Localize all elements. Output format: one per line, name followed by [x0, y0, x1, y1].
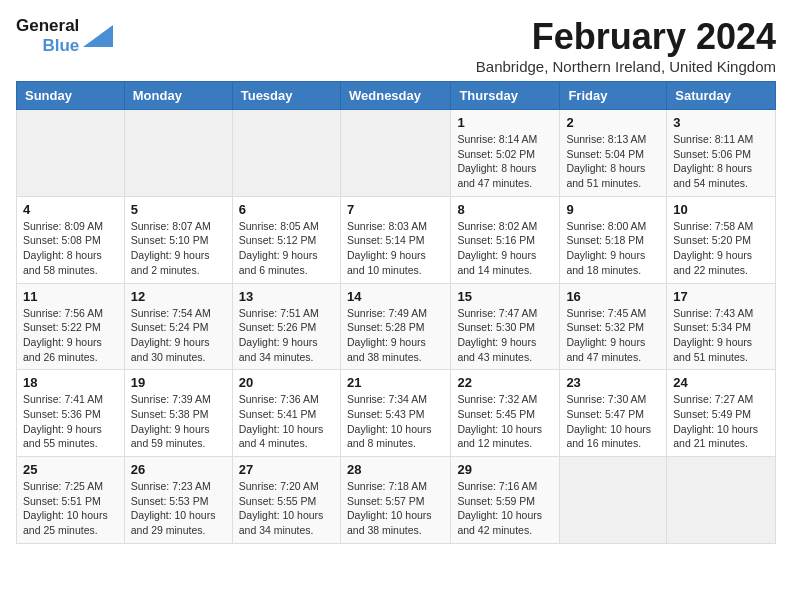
day-info: Sunrise: 7:30 AM Sunset: 5:47 PM Dayligh… — [566, 392, 660, 451]
calendar-cell: 11Sunrise: 7:56 AM Sunset: 5:22 PM Dayli… — [17, 283, 125, 370]
day-number: 14 — [347, 289, 444, 304]
svg-marker-0 — [83, 25, 113, 47]
location-subtitle: Banbridge, Northern Ireland, United King… — [476, 58, 776, 75]
calendar-cell — [340, 110, 450, 197]
day-info: Sunrise: 7:45 AM Sunset: 5:32 PM Dayligh… — [566, 306, 660, 365]
calendar-cell: 17Sunrise: 7:43 AM Sunset: 5:34 PM Dayli… — [667, 283, 776, 370]
day-info: Sunrise: 8:13 AM Sunset: 5:04 PM Dayligh… — [566, 132, 660, 191]
logo: General Blue — [16, 16, 113, 57]
day-info: Sunrise: 8:02 AM Sunset: 5:16 PM Dayligh… — [457, 219, 553, 278]
day-number: 27 — [239, 462, 334, 477]
calendar-cell: 15Sunrise: 7:47 AM Sunset: 5:30 PM Dayli… — [451, 283, 560, 370]
calendar-cell: 22Sunrise: 7:32 AM Sunset: 5:45 PM Dayli… — [451, 370, 560, 457]
day-info: Sunrise: 7:25 AM Sunset: 5:51 PM Dayligh… — [23, 479, 118, 538]
day-number: 1 — [457, 115, 553, 130]
month-year-title: February 2024 — [476, 16, 776, 58]
calendar-cell: 1Sunrise: 8:14 AM Sunset: 5:02 PM Daylig… — [451, 110, 560, 197]
day-number: 12 — [131, 289, 226, 304]
day-number: 18 — [23, 375, 118, 390]
calendar-cell: 20Sunrise: 7:36 AM Sunset: 5:41 PM Dayli… — [232, 370, 340, 457]
day-info: Sunrise: 8:00 AM Sunset: 5:18 PM Dayligh… — [566, 219, 660, 278]
day-number: 5 — [131, 202, 226, 217]
day-info: Sunrise: 8:14 AM Sunset: 5:02 PM Dayligh… — [457, 132, 553, 191]
calendar-cell — [560, 457, 667, 544]
day-number: 17 — [673, 289, 769, 304]
calendar-cell: 28Sunrise: 7:18 AM Sunset: 5:57 PM Dayli… — [340, 457, 450, 544]
calendar-cell: 25Sunrise: 7:25 AM Sunset: 5:51 PM Dayli… — [17, 457, 125, 544]
day-info: Sunrise: 7:58 AM Sunset: 5:20 PM Dayligh… — [673, 219, 769, 278]
day-number: 9 — [566, 202, 660, 217]
calendar-week-row: 1Sunrise: 8:14 AM Sunset: 5:02 PM Daylig… — [17, 110, 776, 197]
day-number: 28 — [347, 462, 444, 477]
day-number: 22 — [457, 375, 553, 390]
calendar-cell: 13Sunrise: 7:51 AM Sunset: 5:26 PM Dayli… — [232, 283, 340, 370]
day-number: 26 — [131, 462, 226, 477]
calendar-header-sunday: Sunday — [17, 82, 125, 110]
day-info: Sunrise: 7:39 AM Sunset: 5:38 PM Dayligh… — [131, 392, 226, 451]
calendar-cell: 8Sunrise: 8:02 AM Sunset: 5:16 PM Daylig… — [451, 196, 560, 283]
day-number: 3 — [673, 115, 769, 130]
calendar-cell: 24Sunrise: 7:27 AM Sunset: 5:49 PM Dayli… — [667, 370, 776, 457]
calendar-cell — [17, 110, 125, 197]
calendar-header-saturday: Saturday — [667, 82, 776, 110]
calendar-cell — [232, 110, 340, 197]
calendar-cell: 19Sunrise: 7:39 AM Sunset: 5:38 PM Dayli… — [124, 370, 232, 457]
calendar-week-row: 25Sunrise: 7:25 AM Sunset: 5:51 PM Dayli… — [17, 457, 776, 544]
calendar-cell — [124, 110, 232, 197]
calendar-week-row: 18Sunrise: 7:41 AM Sunset: 5:36 PM Dayli… — [17, 370, 776, 457]
day-info: Sunrise: 8:05 AM Sunset: 5:12 PM Dayligh… — [239, 219, 334, 278]
calendar-cell: 23Sunrise: 7:30 AM Sunset: 5:47 PM Dayli… — [560, 370, 667, 457]
calendar-cell: 7Sunrise: 8:03 AM Sunset: 5:14 PM Daylig… — [340, 196, 450, 283]
calendar-cell: 29Sunrise: 7:16 AM Sunset: 5:59 PM Dayli… — [451, 457, 560, 544]
day-info: Sunrise: 7:47 AM Sunset: 5:30 PM Dayligh… — [457, 306, 553, 365]
day-info: Sunrise: 7:56 AM Sunset: 5:22 PM Dayligh… — [23, 306, 118, 365]
calendar-cell: 21Sunrise: 7:34 AM Sunset: 5:43 PM Dayli… — [340, 370, 450, 457]
day-info: Sunrise: 8:07 AM Sunset: 5:10 PM Dayligh… — [131, 219, 226, 278]
day-info: Sunrise: 7:20 AM Sunset: 5:55 PM Dayligh… — [239, 479, 334, 538]
calendar-cell: 26Sunrise: 7:23 AM Sunset: 5:53 PM Dayli… — [124, 457, 232, 544]
day-info: Sunrise: 7:36 AM Sunset: 5:41 PM Dayligh… — [239, 392, 334, 451]
day-number: 13 — [239, 289, 334, 304]
day-number: 25 — [23, 462, 118, 477]
day-info: Sunrise: 8:11 AM Sunset: 5:06 PM Dayligh… — [673, 132, 769, 191]
calendar-cell — [667, 457, 776, 544]
calendar-cell: 27Sunrise: 7:20 AM Sunset: 5:55 PM Dayli… — [232, 457, 340, 544]
calendar-header-wednesday: Wednesday — [340, 82, 450, 110]
day-info: Sunrise: 7:18 AM Sunset: 5:57 PM Dayligh… — [347, 479, 444, 538]
title-section: February 2024 Banbridge, Northern Irelan… — [476, 16, 776, 75]
day-info: Sunrise: 7:23 AM Sunset: 5:53 PM Dayligh… — [131, 479, 226, 538]
calendar-header-friday: Friday — [560, 82, 667, 110]
day-number: 11 — [23, 289, 118, 304]
calendar-header-monday: Monday — [124, 82, 232, 110]
calendar-cell: 3Sunrise: 8:11 AM Sunset: 5:06 PM Daylig… — [667, 110, 776, 197]
calendar-week-row: 11Sunrise: 7:56 AM Sunset: 5:22 PM Dayli… — [17, 283, 776, 370]
day-info: Sunrise: 7:51 AM Sunset: 5:26 PM Dayligh… — [239, 306, 334, 365]
calendar-cell: 4Sunrise: 8:09 AM Sunset: 5:08 PM Daylig… — [17, 196, 125, 283]
calendar-cell: 2Sunrise: 8:13 AM Sunset: 5:04 PM Daylig… — [560, 110, 667, 197]
day-number: 7 — [347, 202, 444, 217]
day-info: Sunrise: 8:09 AM Sunset: 5:08 PM Dayligh… — [23, 219, 118, 278]
calendar-cell: 18Sunrise: 7:41 AM Sunset: 5:36 PM Dayli… — [17, 370, 125, 457]
calendar-cell: 5Sunrise: 8:07 AM Sunset: 5:10 PM Daylig… — [124, 196, 232, 283]
calendar-cell: 10Sunrise: 7:58 AM Sunset: 5:20 PM Dayli… — [667, 196, 776, 283]
day-info: Sunrise: 8:03 AM Sunset: 5:14 PM Dayligh… — [347, 219, 444, 278]
logo-icon — [83, 25, 113, 47]
day-info: Sunrise: 7:27 AM Sunset: 5:49 PM Dayligh… — [673, 392, 769, 451]
calendar-header-tuesday: Tuesday — [232, 82, 340, 110]
calendar-cell: 12Sunrise: 7:54 AM Sunset: 5:24 PM Dayli… — [124, 283, 232, 370]
day-number: 24 — [673, 375, 769, 390]
calendar-cell: 9Sunrise: 8:00 AM Sunset: 5:18 PM Daylig… — [560, 196, 667, 283]
calendar-cell: 16Sunrise: 7:45 AM Sunset: 5:32 PM Dayli… — [560, 283, 667, 370]
day-number: 6 — [239, 202, 334, 217]
day-info: Sunrise: 7:16 AM Sunset: 5:59 PM Dayligh… — [457, 479, 553, 538]
day-info: Sunrise: 7:41 AM Sunset: 5:36 PM Dayligh… — [23, 392, 118, 451]
calendar-header-thursday: Thursday — [451, 82, 560, 110]
day-number: 19 — [131, 375, 226, 390]
day-info: Sunrise: 7:34 AM Sunset: 5:43 PM Dayligh… — [347, 392, 444, 451]
calendar-cell: 14Sunrise: 7:49 AM Sunset: 5:28 PM Dayli… — [340, 283, 450, 370]
day-number: 8 — [457, 202, 553, 217]
calendar-cell: 6Sunrise: 8:05 AM Sunset: 5:12 PM Daylig… — [232, 196, 340, 283]
day-info: Sunrise: 7:49 AM Sunset: 5:28 PM Dayligh… — [347, 306, 444, 365]
calendar-week-row: 4Sunrise: 8:09 AM Sunset: 5:08 PM Daylig… — [17, 196, 776, 283]
day-info: Sunrise: 7:43 AM Sunset: 5:34 PM Dayligh… — [673, 306, 769, 365]
